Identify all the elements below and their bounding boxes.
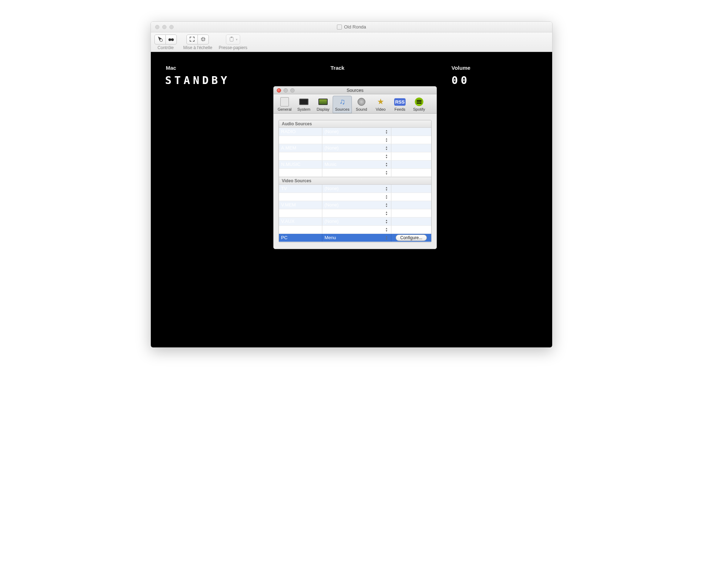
table-row[interactable]: A.AUXAux▲▼ (279, 152, 431, 161)
table-row[interactable]: N.RADIORadio▲▼ (279, 169, 431, 177)
table-row[interactable]: V.AUX2(None)▲▼ (279, 226, 431, 234)
contract-button[interactable] (197, 35, 209, 44)
table-row[interactable]: A.MEM(None)▲▼ (279, 144, 431, 152)
toolbar: Contrôle Mise à l'échelle (151, 32, 552, 52)
cursor-icon (157, 36, 163, 43)
source-action-cell (391, 161, 431, 168)
source-name: N.MUSIC (279, 161, 322, 168)
table-row[interactable]: V.MEM(None)▲▼ (279, 201, 431, 209)
contract-icon (200, 36, 206, 43)
expand-icon (189, 36, 195, 43)
window-title: Old Ronda (151, 24, 552, 30)
table-row[interactable]: DTV(None)▲▼ (279, 193, 431, 201)
cursor-button[interactable] (154, 35, 166, 44)
chevron-down-icon: ▾ (236, 38, 238, 41)
source-name: A.MEM (279, 144, 322, 152)
source-value-stepper[interactable]: (None)▲▼ (322, 144, 391, 152)
volume-label: Volume (451, 65, 470, 71)
stepper-icon[interactable]: ▲▼ (385, 194, 390, 200)
source-name: N.RADIO (279, 169, 322, 177)
tab-sound[interactable]: Sound (352, 96, 371, 113)
sources-body: Audio Sources RADIO(None)▲▼CDCD▲▼A.MEM(N… (274, 114, 437, 249)
source-name: TV (279, 185, 322, 193)
toolbar-group-control: Contrôle (154, 35, 177, 50)
tab-system[interactable]: System (294, 96, 313, 113)
source-action-cell (391, 152, 431, 160)
source-action-cell (391, 201, 431, 209)
sources-titlebar[interactable]: Sources (274, 86, 437, 94)
table-row[interactable]: CDCD▲▼ (279, 136, 431, 144)
table-row[interactable]: V.AUX(None)▲▼ (279, 217, 431, 226)
audio-sources-header: Audio Sources (279, 120, 431, 128)
source-value-stepper[interactable]: (None)▲▼ (322, 226, 391, 233)
vnc-window: Old Ronda Contrôle (150, 21, 553, 348)
binoculars-icon (168, 36, 174, 43)
table-row[interactable]: N.MUSICMusic▲▼ (279, 161, 431, 169)
stepper-icon[interactable]: ▲▼ (385, 218, 390, 224)
stepper-icon[interactable]: ▲▼ (385, 185, 390, 191)
sources-title: Sources (274, 88, 437, 93)
binoculars-button[interactable] (165, 35, 177, 44)
tab-general[interactable]: General (275, 96, 294, 113)
tab-feeds[interactable]: RSS Feeds (390, 96, 409, 113)
rss-icon: RSS (394, 98, 406, 106)
window-proxy-icon (337, 25, 342, 30)
stepper-icon[interactable]: ▲▼ (385, 128, 390, 135)
configure-button[interactable]: Configure... (396, 235, 427, 241)
source-name: RADIO (279, 128, 322, 136)
expand-button[interactable] (186, 35, 198, 44)
star-icon: ★ (377, 97, 384, 106)
clipboard-icon (228, 36, 235, 43)
source-value-stepper[interactable]: (None)▲▼ (322, 128, 391, 136)
source-value-stepper[interactable]: Menu▲▼ (322, 234, 391, 242)
music-note-icon: ♫ (339, 97, 345, 106)
sources-window[interactable]: Sources General System Display ♫ Source (273, 86, 437, 249)
stepper-icon[interactable]: ▲▼ (385, 202, 390, 208)
source-action-cell (391, 193, 431, 201)
stepper-icon[interactable]: ▲▼ (385, 161, 390, 167)
mac-value: STANDBY (165, 74, 230, 86)
svg-rect-3 (170, 39, 172, 40)
clipboard-button[interactable]: ▾ (226, 35, 240, 44)
stepper-icon[interactable]: ▲▼ (385, 145, 390, 151)
system-icon (299, 99, 308, 105)
titlebar[interactable]: Old Ronda (151, 22, 552, 32)
tab-display[interactable]: Display (313, 96, 333, 113)
stepper-icon[interactable]: ▲▼ (385, 153, 390, 159)
source-value-stepper[interactable]: (None)▲▼ (322, 201, 391, 209)
source-action-cell (391, 136, 431, 144)
svg-point-0 (160, 39, 163, 42)
source-value-stepper[interactable]: (None)▲▼ (322, 193, 391, 201)
table-row[interactable]: DVD(None)▲▼ (279, 209, 431, 217)
source-value-stepper[interactable]: (None)▲▼ (322, 185, 391, 193)
source-name: DVD (279, 209, 322, 217)
tab-spotify[interactable]: Spotify (409, 96, 429, 113)
toolbar-label: Mise à l'échelle (183, 45, 212, 50)
source-value-stepper[interactable]: CD▲▼ (322, 136, 391, 144)
source-name: CD (279, 136, 322, 144)
tab-video[interactable]: ★ Video (371, 96, 390, 113)
source-value-stepper[interactable]: (None)▲▼ (322, 209, 391, 217)
source-action-cell (391, 144, 431, 152)
stepper-icon[interactable]: ▲▼ (385, 226, 390, 232)
stepper-icon[interactable]: ▲▼ (385, 235, 390, 241)
source-value-stepper[interactable]: Music▲▼ (322, 161, 391, 168)
source-value-stepper[interactable]: (None)▲▼ (322, 217, 391, 225)
spotify-icon (415, 98, 423, 106)
source-value-stepper[interactable]: Aux▲▼ (322, 152, 391, 160)
source-name: A.AUX (279, 152, 322, 160)
table-row[interactable]: PCMenu▲▼Configure... (279, 234, 431, 242)
stepper-icon[interactable]: ▲▼ (385, 169, 390, 175)
tab-sources[interactable]: ♫ Sources (333, 96, 352, 113)
stepper-icon[interactable]: ▲▼ (385, 210, 390, 216)
toolbar-group-clipboard: ▾ Presse-papiers (219, 35, 248, 50)
source-name: PC (279, 234, 322, 242)
source-action-cell (391, 217, 431, 225)
track-label: Track (331, 65, 344, 71)
source-value-stepper[interactable]: Radio▲▼ (322, 169, 391, 177)
toolbar-label: Contrôle (158, 45, 174, 50)
stepper-icon[interactable]: ▲▼ (385, 137, 390, 143)
table-row[interactable]: TV(None)▲▼ (279, 185, 431, 193)
source-name: V.MEM (279, 201, 322, 209)
table-row[interactable]: RADIO(None)▲▼ (279, 128, 431, 136)
